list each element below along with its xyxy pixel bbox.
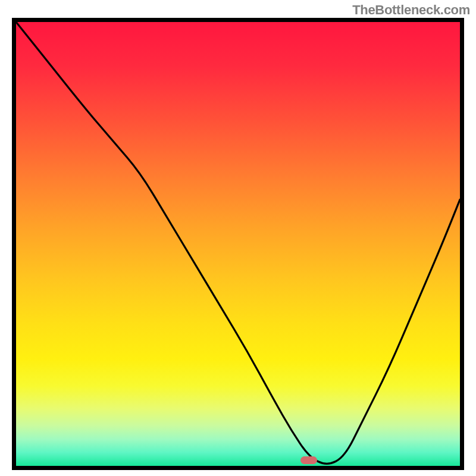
curve-path	[16, 22, 460, 464]
chart-container: TheBottleneck.com	[0, 0, 476, 476]
watermark-text: TheBottleneck.com	[352, 2, 470, 18]
optimum-marker	[300, 456, 317, 464]
plot-frame	[12, 18, 464, 470]
bottleneck-curve	[16, 22, 460, 466]
